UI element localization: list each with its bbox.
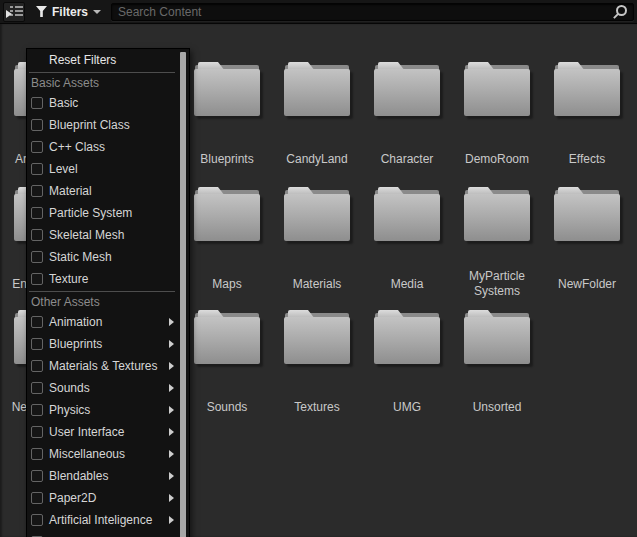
filter-item-label: Texture <box>49 272 88 286</box>
folder-character[interactable]: Character <box>362 62 452 178</box>
folder-myparticle-systems[interactable]: MyParticle Systems <box>452 187 542 303</box>
folder-materials[interactable]: Materials <box>272 187 362 303</box>
submenu-arrow-icon <box>169 428 174 436</box>
filters-button-label: Filters <box>52 5 88 19</box>
filter-item-label: User Interface <box>49 425 124 439</box>
filter-item-skeletal-mesh[interactable]: Skeletal Mesh <box>27 224 177 246</box>
filters-button[interactable]: Filters <box>30 1 107 23</box>
search-icon <box>614 5 628 19</box>
search-input[interactable] <box>112 4 614 20</box>
filter-item-animation[interactable]: Animation <box>27 311 177 333</box>
folder-media[interactable]: Media <box>362 187 452 303</box>
filter-item-materials-textures[interactable]: Materials & Textures <box>27 355 177 377</box>
filter-item-c-class[interactable]: C++ Class <box>27 136 177 158</box>
folder-label: Materials <box>272 267 362 301</box>
folder-body <box>284 69 350 116</box>
folder-effects[interactable]: Effects <box>542 62 632 178</box>
folder-label: Blueprints <box>182 142 272 176</box>
folder-label: Character <box>362 142 452 176</box>
checkbox-icon <box>31 448 43 460</box>
folder-icon <box>464 310 530 364</box>
folder-body <box>464 317 530 364</box>
folder-label: MyParticle Systems <box>452 267 542 301</box>
folder-label: Maps <box>182 267 272 301</box>
folder-body <box>464 194 530 241</box>
filter-item-blueprints[interactable]: Blueprints <box>27 333 177 355</box>
filter-item-label: Blendables <box>49 469 108 483</box>
filter-item-level[interactable]: Level <box>27 158 177 180</box>
folder-label: Effects <box>542 142 632 176</box>
menu-scrollbar[interactable] <box>180 52 186 537</box>
folder-textures[interactable]: Textures <box>272 310 362 426</box>
filter-item-static-mesh[interactable]: Static Mesh <box>27 246 177 268</box>
filter-item-label: Miscellaneous <box>49 447 125 461</box>
filter-item-particle-system[interactable]: Particle System <box>27 202 177 224</box>
filter-item-blueprint-class[interactable]: Blueprint Class <box>27 114 177 136</box>
filter-item-label: Materials & Textures <box>49 359 158 373</box>
checkbox-icon <box>31 141 43 153</box>
folder-icon <box>554 187 620 241</box>
folder-newfolder[interactable]: NewFolder <box>542 187 632 303</box>
search-box <box>111 3 634 21</box>
content-browser: Filters ArBlueprintsCandyLandCharacterDe… <box>0 0 637 537</box>
folder-body <box>554 69 620 116</box>
filters-menu: Reset Filters Basic AssetsBasicBlueprint… <box>26 48 190 537</box>
filter-item-paper2d[interactable]: Paper2D <box>27 487 177 509</box>
submenu-arrow-icon <box>169 516 174 524</box>
filter-funnel-icon <box>36 6 47 17</box>
folder-candyland[interactable]: CandyLand <box>272 62 362 178</box>
filter-item-material[interactable]: Material <box>27 180 177 202</box>
filter-item-user-interface[interactable]: User Interface <box>27 421 177 443</box>
filter-item-label: Physics <box>49 403 90 417</box>
checkbox-icon <box>31 470 43 482</box>
folder-sounds[interactable]: Sounds <box>182 310 272 426</box>
checkbox-icon <box>31 404 43 416</box>
folder-icon <box>194 187 260 241</box>
filter-item-basic[interactable]: Basic <box>27 92 177 114</box>
submenu-arrow-icon <box>169 340 174 348</box>
sources-panel-toggle-button[interactable] <box>3 2 25 22</box>
filter-item-texture[interactable]: Texture <box>27 268 177 290</box>
folder-body <box>194 317 260 364</box>
checkbox-icon <box>31 185 43 197</box>
folder-icon <box>374 187 440 241</box>
folder-body <box>374 317 440 364</box>
filter-item-label: Basic <box>49 96 78 110</box>
folder-unsorted[interactable]: Unsorted <box>452 310 542 426</box>
folder-body <box>194 194 260 241</box>
checkbox-icon <box>31 514 43 526</box>
folder-body <box>284 317 350 364</box>
folder-maps[interactable]: Maps <box>182 187 272 303</box>
filter-item-physics[interactable]: Physics <box>27 399 177 421</box>
submenu-arrow-icon <box>169 472 174 480</box>
folder-label: En <box>2 267 28 301</box>
checkbox-icon <box>31 338 43 350</box>
checkbox-icon <box>31 382 43 394</box>
filter-item-artificial-inteligence[interactable]: Artificial Inteligence <box>27 509 177 531</box>
checkbox-icon <box>31 163 43 175</box>
folder-icon <box>374 62 440 116</box>
filter-item-label: Blueprint Class <box>49 118 130 132</box>
folder-icon <box>284 187 350 241</box>
filter-item-label: Static Mesh <box>49 250 112 264</box>
submenu-arrow-icon <box>169 494 174 502</box>
checkbox-icon <box>31 426 43 438</box>
filter-item-label: Material <box>49 184 92 198</box>
filter-item-sounds[interactable]: Sounds <box>27 377 177 399</box>
filter-item-other-filters[interactable]: Other Filters <box>27 531 177 537</box>
filter-item-label: Artificial Inteligence <box>49 513 152 527</box>
folder-demoroom[interactable]: DemoRoom <box>452 62 542 178</box>
menu-scrollbar-thumb[interactable] <box>180 52 186 537</box>
filter-item-miscellaneous[interactable]: Miscellaneous <box>27 443 177 465</box>
reset-filters-item[interactable]: Reset Filters <box>27 49 177 71</box>
checkbox-icon <box>31 119 43 131</box>
filter-item-blendables[interactable]: Blendables <box>27 465 177 487</box>
folder-body <box>464 69 530 116</box>
folder-blueprints[interactable]: Blueprints <box>182 62 272 178</box>
filter-section-header: Basic Assets <box>27 74 177 92</box>
folder-label: Unsorted <box>452 390 542 424</box>
folder-icon <box>284 310 350 364</box>
folder-umg[interactable]: UMG <box>362 310 452 426</box>
folder-label: Ne <box>2 390 28 424</box>
filter-item-label: Level <box>49 162 78 176</box>
